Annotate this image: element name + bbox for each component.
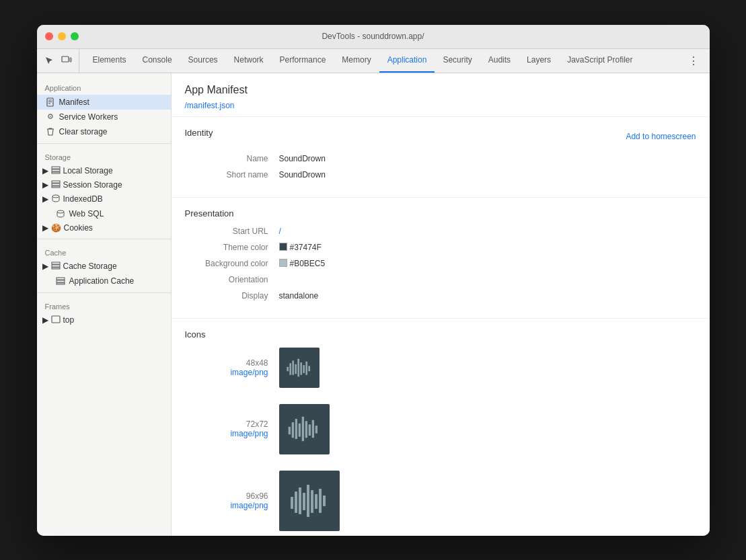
bg-color-swatch[interactable] (279, 259, 287, 267)
sidebar-item-local-storage[interactable]: ▶ Local Storage (37, 164, 171, 178)
tab-js-profiler[interactable]: JavaScript Profiler (559, 49, 640, 73)
svg-rect-27 (303, 365, 305, 373)
sidebar-item-session-storage[interactable]: ▶ Session Storage (37, 178, 171, 192)
tab-elements[interactable]: Elements (85, 49, 135, 73)
close-button[interactable] (45, 32, 53, 40)
sidebar-item-manifest[interactable]: Manifest (37, 95, 171, 110)
sidebar-item-web-sql[interactable]: Web SQL (37, 206, 171, 221)
icon-entry-72: 72x72 image/png (185, 404, 696, 454)
field-name-value: SoundDrown (279, 154, 696, 163)
arrow-icon: ▶ (42, 194, 48, 204)
tab-memory[interactable]: Memory (334, 49, 379, 73)
sidebar-item-clear-storage[interactable]: Clear storage (37, 124, 171, 139)
toolbar: Elements Console Sources Network Perform… (37, 49, 710, 73)
toolbar-icons (42, 49, 79, 73)
session-storage-icon (51, 180, 61, 190)
theme-color-swatch[interactable] (279, 243, 287, 251)
svg-rect-46 (319, 489, 322, 513)
icon-size-96: 96x96 (185, 491, 268, 501)
tab-application[interactable]: Application (379, 49, 435, 73)
svg-point-12 (52, 195, 59, 198)
svg-rect-35 (305, 421, 307, 438)
sidebar-item-clear-storage-label: Clear storage (59, 127, 108, 136)
svg-rect-24 (295, 364, 297, 374)
add-homescreen-button[interactable]: Add to homescreen (626, 132, 696, 141)
field-display-value: standalone (279, 291, 696, 301)
sidebar-item-session-storage-label: Session Storage (63, 180, 122, 190)
tab-sources[interactable]: Sources (180, 49, 226, 73)
svg-rect-32 (295, 419, 297, 439)
maximize-button[interactable] (71, 32, 79, 40)
svg-rect-6 (52, 167, 60, 169)
svg-rect-10 (52, 184, 60, 186)
field-short-name: Short name SoundDrown (185, 170, 696, 179)
indexeddb-icon (51, 194, 61, 204)
svg-rect-47 (323, 495, 326, 506)
cursor-icon[interactable] (42, 54, 56, 67)
svg-rect-9 (52, 181, 60, 183)
titlebar: DevTools - sounddrown.app/ (37, 25, 710, 49)
field-short-name-label: Short name (185, 170, 279, 179)
identity-header-row: Identity Add to homescreen (185, 128, 696, 146)
tab-layers[interactable]: Layers (519, 49, 559, 73)
svg-rect-39 (291, 497, 293, 509)
icon-meta-72: 72x72 image/png (185, 419, 279, 438)
svg-rect-0 (62, 56, 69, 62)
svg-rect-20 (52, 316, 60, 323)
device-icon[interactable] (60, 54, 73, 67)
svg-rect-37 (312, 420, 314, 438)
field-name: Name SoundDrown (185, 154, 696, 163)
svg-rect-23 (292, 360, 294, 374)
manifest-link[interactable]: /manifest.json (185, 101, 235, 110)
svg-rect-11 (52, 186, 60, 188)
svg-rect-8 (52, 172, 60, 173)
minimize-button[interactable] (58, 32, 66, 40)
sidebar-item-indexeddb[interactable]: ▶ IndexedDB (37, 192, 171, 206)
svg-rect-36 (309, 424, 311, 436)
svg-rect-33 (299, 424, 301, 437)
field-theme-color-label: Theme color (185, 243, 279, 252)
sidebar-item-top[interactable]: ▶ top (37, 313, 171, 327)
svg-rect-22 (289, 363, 291, 374)
main-area: Application Manifest ⚙ Service Workers (37, 73, 710, 536)
arrow-icon: ▶ (42, 180, 48, 190)
tab-network[interactable]: Network (226, 49, 272, 73)
field-bg-color-value: #B0BEC5 (279, 259, 696, 268)
icon-type-48: image/png (230, 368, 268, 377)
sidebar-item-local-storage-label: Local Storage (63, 166, 113, 175)
svg-rect-40 (295, 491, 297, 513)
svg-rect-41 (299, 487, 301, 514)
tab-audits[interactable]: Audits (480, 49, 519, 73)
field-start-url-value[interactable]: / (279, 227, 696, 236)
tabs: Elements Console Sources Network Perform… (85, 49, 683, 73)
sidebar-item-cache-storage[interactable]: ▶ Cache Storage (37, 259, 171, 274)
icons-section-title: Icons (185, 329, 696, 339)
sidebar-item-web-sql-label: Web SQL (69, 209, 104, 218)
sidebar-item-cache-storage-label: Cache Storage (63, 262, 117, 271)
content-title: App Manifest (185, 84, 696, 96)
sidebar-item-application-cache-label: Application Cache (69, 276, 135, 286)
sidebar-item-cookies[interactable]: ▶ 🍪 Cookies (37, 221, 171, 235)
svg-rect-1 (70, 58, 71, 62)
more-options-button[interactable]: ⋮ (683, 49, 704, 73)
identity-section: Identity Add to homescreen Name SoundDro… (172, 117, 710, 198)
svg-rect-30 (289, 427, 291, 435)
svg-rect-26 (300, 362, 302, 375)
divider-3 (37, 292, 171, 293)
icon-type-72: image/png (230, 429, 268, 438)
frame-icon (51, 315, 61, 325)
tab-console[interactable]: Console (135, 49, 180, 73)
sidebar-section-storage: Storage (37, 148, 171, 164)
sidebar-item-cookies-label: Cookies (64, 223, 93, 233)
icon-preview-48 (279, 348, 320, 388)
sidebar-section-cache: Cache (37, 243, 171, 259)
field-display-label: Display (185, 291, 279, 301)
icon-entry-96: 96x96 image/png (185, 471, 696, 531)
sidebar-item-application-cache[interactable]: Application Cache (37, 274, 171, 288)
tab-security[interactable]: Security (435, 49, 480, 73)
sidebar-item-top-label: top (63, 315, 75, 325)
manifest-icon (45, 97, 56, 108)
svg-rect-25 (297, 358, 299, 376)
sidebar-item-service-workers[interactable]: ⚙ Service Workers (37, 110, 171, 124)
tab-performance[interactable]: Performance (272, 49, 334, 73)
